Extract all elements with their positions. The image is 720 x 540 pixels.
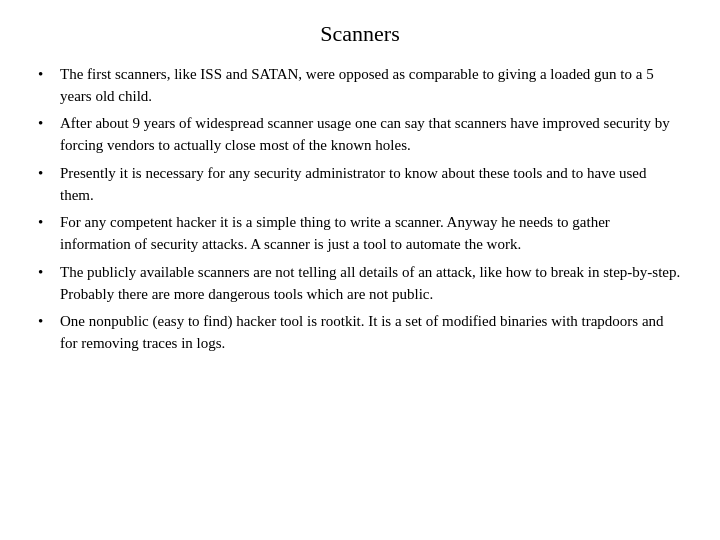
list-item: • After about 9 years of widespread scan… (38, 113, 682, 157)
bullet-text-6: One nonpublic (easy to find) hacker tool… (60, 311, 682, 355)
bullet-symbol: • (38, 262, 56, 284)
list-item: •The publicly available scanners are not… (38, 262, 682, 306)
bullet-text-5: The publicly available scanners are not … (60, 262, 682, 306)
list-item: •For any competent hacker it is a simple… (38, 212, 682, 256)
page-container: Scanners •The first scanners, like ISS a… (0, 0, 720, 540)
page-title: Scanners (38, 18, 682, 50)
bullet-text-3: Presently it is necessary for any securi… (60, 163, 682, 207)
bullet-symbol: • (38, 311, 56, 333)
bullet-text-1: The first scanners, like ISS and SATAN, … (60, 64, 682, 108)
bullet-symbol: • (38, 64, 56, 86)
bullet-text-4: For any competent hacker it is a simple … (60, 212, 682, 256)
list-item: •One nonpublic (easy to find) hacker too… (38, 311, 682, 355)
bullet-symbol: • (38, 113, 56, 135)
list-item: •The first scanners, like ISS and SATAN,… (38, 64, 682, 108)
bullet-text-2: After about 9 years of widespread scanne… (60, 113, 682, 157)
bullet-symbol: • (38, 163, 56, 185)
bullet-list: •The first scanners, like ISS and SATAN,… (38, 64, 682, 361)
bullet-symbol: • (38, 212, 56, 234)
list-item: •Presently it is necessary for any secur… (38, 163, 682, 207)
